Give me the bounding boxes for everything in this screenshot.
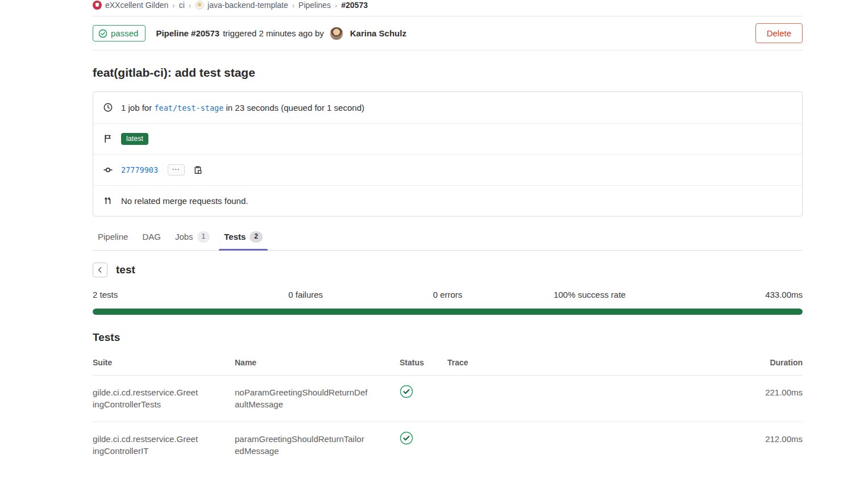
column-trace: Trace bbox=[447, 358, 734, 367]
job-text-pre: 1 job for bbox=[121, 103, 152, 113]
pipeline-header: passed Pipeline #20573 triggered 2 minut… bbox=[93, 16, 803, 51]
pipeline-status-badge[interactable]: passed bbox=[93, 25, 146, 41]
column-suite: Suite bbox=[93, 358, 235, 367]
test-suite-header: test bbox=[93, 263, 803, 277]
check-circle-icon bbox=[98, 29, 107, 38]
chevron-left-icon bbox=[97, 266, 103, 273]
pipeline-info-card: 1 job for feat/test-stage in 23 seconds … bbox=[93, 91, 803, 216]
tab-label: Tests bbox=[224, 232, 246, 241]
breadcrumb-item-pipelines[interactable]: Pipelines bbox=[298, 1, 331, 10]
triggered-text: triggered 2 minutes ago by bbox=[223, 28, 324, 38]
test-status-cell bbox=[400, 386, 447, 398]
clock-icon bbox=[103, 103, 113, 112]
column-status: Status bbox=[400, 358, 447, 367]
job-text-post: in 23 seconds (queued for 1 second) bbox=[226, 103, 364, 113]
no-mr-text: No related merge requests found. bbox=[121, 196, 248, 206]
test-duration-cell: 221.00ms bbox=[734, 386, 803, 398]
job-duration-text: 1 job for feat/test-stage in 23 seconds … bbox=[121, 103, 364, 113]
project-avatar-icon bbox=[195, 1, 204, 10]
tests-table-header: Suite Name Status Trace Duration bbox=[93, 351, 803, 376]
tab-dag[interactable]: DAG bbox=[137, 226, 166, 250]
pipeline-tabs: Pipeline DAG Jobs 1 Tests 2 bbox=[93, 226, 803, 251]
pipeline-id: Pipeline #20573 bbox=[156, 28, 219, 38]
chevron-right-icon: › bbox=[292, 1, 294, 10]
stat-total-tests: 2 tests bbox=[93, 290, 235, 299]
author-name[interactable]: Karina Schulz bbox=[350, 28, 406, 38]
table-row: gilde.ci.cd.restservice.GreetingControll… bbox=[93, 376, 803, 422]
job-duration-row: 1 job for feat/test-stage in 23 seconds … bbox=[93, 92, 802, 123]
stat-failures: 0 failures bbox=[235, 290, 377, 299]
commit-icon bbox=[103, 165, 113, 174]
expand-commit-button[interactable]: ··· bbox=[168, 164, 185, 176]
test-name-cell: paramGreetingShouldReturnTailoredMessage bbox=[235, 433, 378, 457]
suite-stats: 2 tests 0 failures 0 errors 100% success… bbox=[93, 290, 803, 299]
latest-badge[interactable]: latest bbox=[121, 133, 148, 145]
chevron-right-icon: › bbox=[172, 1, 175, 10]
status-passed-icon bbox=[400, 431, 413, 445]
table-row: gilde.ci.cd.restservice.GreetingControll… bbox=[93, 422, 803, 468]
latest-badge-row: latest bbox=[93, 123, 802, 155]
commit-row: 27779903 ··· bbox=[93, 154, 802, 185]
breadcrumb-label: eXXcellent Gilden bbox=[105, 1, 168, 10]
breadcrumb-item-ci[interactable]: ci bbox=[179, 1, 185, 10]
stat-duration: 433.00ms bbox=[661, 290, 803, 299]
test-suite-cell: gilde.ci.cd.restservice.GreetingControll… bbox=[93, 386, 209, 410]
merge-request-row: No related merge requests found. bbox=[93, 185, 802, 216]
column-name: Name bbox=[235, 358, 400, 367]
tab-jobs[interactable]: Jobs 1 bbox=[170, 226, 215, 250]
tab-pipeline[interactable]: Pipeline bbox=[93, 226, 133, 250]
tests-count-badge: 2 bbox=[250, 231, 263, 243]
tests-table: Suite Name Status Trace Duration gilde.c… bbox=[93, 351, 803, 468]
tab-label: DAG bbox=[142, 232, 161, 241]
back-button[interactable] bbox=[93, 263, 107, 277]
copy-commit-sha-button[interactable] bbox=[193, 165, 202, 174]
tab-label: Jobs bbox=[175, 232, 193, 241]
flag-icon bbox=[103, 134, 113, 143]
suite-name: test bbox=[116, 264, 135, 276]
test-suite-cell: gilde.ci.cd.restservice.GreetingControll… bbox=[93, 433, 209, 457]
chevron-right-icon: › bbox=[335, 1, 337, 10]
tab-label: Pipeline bbox=[98, 232, 128, 241]
success-progress-bar bbox=[93, 309, 803, 315]
breadcrumb-label: java-backend-template bbox=[207, 1, 288, 10]
commit-title: feat(gitlab-ci): add test stage bbox=[93, 66, 803, 80]
stat-errors: 0 errors bbox=[377, 290, 519, 299]
breadcrumb-label: Pipelines bbox=[298, 1, 331, 10]
test-duration-cell: 212.00ms bbox=[734, 433, 803, 445]
author-avatar[interactable] bbox=[330, 27, 343, 40]
breadcrumb-item-project[interactable]: java-backend-template bbox=[195, 1, 288, 10]
tests-heading: Tests bbox=[93, 331, 803, 344]
success-progress-fill bbox=[93, 309, 803, 315]
clipboard-copy-icon bbox=[193, 165, 202, 174]
status-passed-icon bbox=[400, 385, 413, 398]
test-name-cell: noParamGreetingShouldReturnDefaultMessag… bbox=[235, 386, 378, 410]
pipeline-summary: Pipeline #20573 triggered 2 minutes ago … bbox=[156, 27, 406, 40]
stat-success-rate: 100% success rate bbox=[518, 290, 661, 299]
status-label: passed bbox=[111, 28, 138, 38]
column-duration: Duration bbox=[734, 358, 803, 367]
tab-tests[interactable]: Tests 2 bbox=[219, 226, 268, 250]
breadcrumb: eXXcellent Gilden › ci › java-backend-te… bbox=[93, 0, 803, 16]
merge-request-icon bbox=[103, 196, 113, 205]
pipeline-page: eXXcellent Gilden › ci › java-backend-te… bbox=[93, 0, 803, 468]
group-avatar-icon bbox=[93, 1, 102, 10]
breadcrumb-item-pipeline-id: #20573 bbox=[341, 1, 368, 10]
breadcrumb-label: #20573 bbox=[341, 1, 368, 10]
breadcrumb-label: ci bbox=[179, 1, 185, 10]
ref-link[interactable]: feat/test-stage bbox=[154, 103, 223, 113]
commit-sha-link[interactable]: 27779903 bbox=[121, 165, 158, 174]
test-status-cell bbox=[400, 433, 447, 445]
chevron-right-icon: › bbox=[189, 1, 191, 10]
jobs-count-badge: 1 bbox=[197, 231, 210, 243]
breadcrumb-item-group[interactable]: eXXcellent Gilden bbox=[93, 1, 168, 10]
delete-button[interactable]: Delete bbox=[755, 23, 803, 43]
